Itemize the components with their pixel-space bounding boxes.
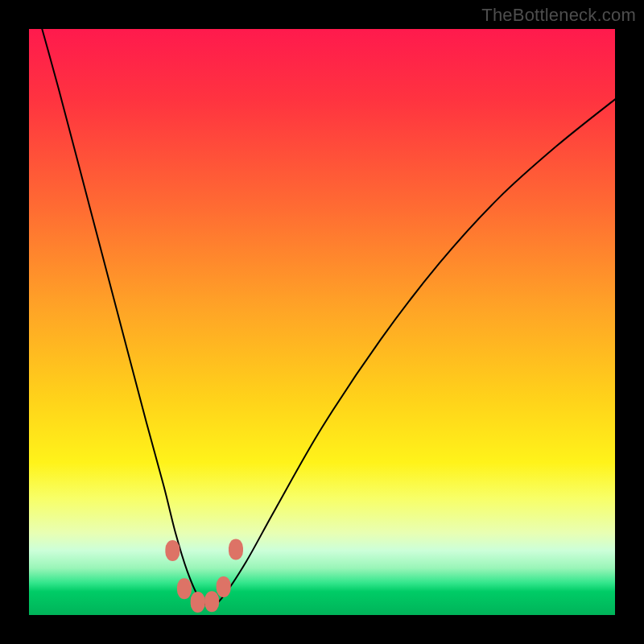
attribution-watermark: TheBottleneck.com — [481, 5, 636, 26]
curve-marker — [204, 591, 219, 612]
curve-marker — [217, 576, 231, 597]
curve-layer — [29, 29, 615, 615]
chart-frame: TheBottleneck.com — [0, 0, 644, 644]
curve-marker — [165, 540, 180, 561]
plot-area — [29, 29, 615, 615]
curve-marker — [177, 578, 192, 599]
curve-marker — [191, 592, 205, 613]
curve-markers — [165, 539, 243, 613]
bottleneck-curve — [29, 0, 615, 606]
curve-marker — [229, 539, 243, 559]
